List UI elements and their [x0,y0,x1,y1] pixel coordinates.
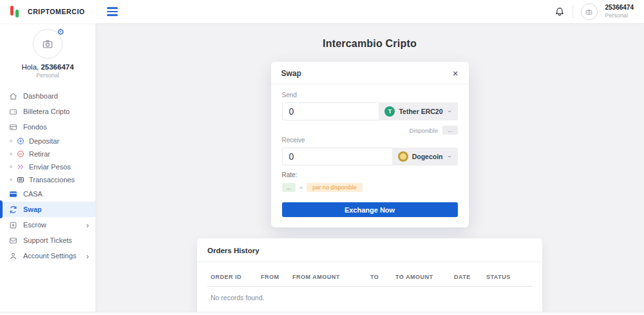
sidebar-item-label: Retirar [29,150,50,158]
account-icon [9,252,17,260]
rate-value: ... [282,183,296,192]
receive-token-select[interactable]: Dogecoin [392,148,458,166]
sidebar-item-dashboard[interactable]: Dashboard [0,88,95,104]
hamburger-menu-icon[interactable] [107,7,118,16]
dogecoin-icon [398,151,408,162]
user-info[interactable]: 25366474 Personal [605,4,634,19]
receive-amount-input[interactable] [282,148,392,166]
brand-name: CRIPTOMERCIO [28,8,85,15]
receive-label: Receive [282,137,458,144]
sidebar-item-support-tickets[interactable]: Support Tickets [0,233,95,248]
column-header: DATE [454,274,486,280]
sidebar-item-label: Billetera Cripto [23,108,70,115]
notification-bell-icon[interactable] [554,6,565,17]
sidebar-item-label: Depositar [29,137,59,145]
sidebar-item-casa[interactable]: CASA [0,186,95,202]
home-icon [9,92,17,100]
app-window: CRIPTOMERCIO 25366474 Personal [0,0,644,315]
column-header: STATUS [486,274,529,280]
sidebar-profile: ⚙ Hola, 25366474 Personal [0,23,95,79]
column-header: FROM AMOUNT [292,274,370,280]
sidebar-item-retirar[interactable]: Retirar [0,148,95,160]
rate-label: Rate: [282,171,458,178]
sidebar-menu: DashboardBilletera CriptoFondosDepositar… [0,88,95,263]
sidebar-item-label: CASA [23,190,43,198]
logo-green-bar [15,10,19,17]
send-token-select[interactable]: T Tether ERC20 [379,102,457,120]
user-id: 25366474 [605,4,634,12]
swap-modal-title: Swap [281,69,301,78]
withdraw-icon [17,150,24,158]
column-header: TO [370,274,395,280]
available-label: Disponible [410,127,438,134]
bullet-icon [10,166,12,168]
sidebar-item-escrow[interactable]: Escrow› [0,217,95,233]
column-header: FROM [261,274,292,280]
available-value: ... [442,126,458,135]
column-header: TO AMOUNT [395,274,454,280]
send-amount-input[interactable] [282,102,379,120]
chevron-down-icon [447,109,452,114]
sidebar-item-swap[interactable]: Swap [0,202,95,217]
deposit-icon [17,137,24,145]
orders-history-title: Orders History [207,247,260,254]
sidebar-item-label: Transacciones [29,176,75,184]
sidebar-item-enviar-pesos[interactable]: Enviar Pesos [0,160,95,173]
sidebar-item-label: Dashboard [23,92,58,100]
profile-settings-gear-icon[interactable]: ⚙ [57,28,64,36]
account-type-label: Personal [36,72,59,79]
rate-status-badge: par no disponible [307,183,363,192]
send-pesos-icon [17,163,24,171]
sidebar-item-label: Enviar Pesos [29,163,71,171]
sidebar-item-transacciones[interactable]: Transacciones [0,173,95,186]
brand-logo-icon[interactable] [10,6,19,17]
swap-icon [9,205,17,214]
bullet-icon [10,153,12,155]
sidebar-item-label: Account Settings [23,252,77,260]
chevron-right-icon: › [86,221,89,229]
send-token-label: Tether ERC20 [399,108,442,115]
top-header: CRIPTOMERCIO 25366474 Personal [0,0,644,23]
sidebar-item-depositar[interactable]: Depositar [0,135,95,148]
main-content: Intercambio Cripto Swap × Send T Tether … [95,23,644,312]
close-icon[interactable]: × [453,68,459,78]
chevron-right-icon: › [86,252,89,260]
chevron-down-icon [447,154,452,159]
page-title: Intercambio Cripto [323,38,417,50]
bullet-icon [10,178,12,181]
column-header: ORDER ID [211,274,261,280]
sidebar-item-label: Swap [23,205,42,213]
header-divider [573,5,573,18]
casa-icon [9,190,17,198]
sidebar-item-label: Escrow [23,221,46,229]
bottom-strip [0,312,644,315]
receive-token-label: Dogecoin [412,153,443,160]
logo-red-bar [10,6,14,15]
greeting-text: Hola, 25366474 [21,63,73,71]
swap-modal: Swap × Send T Tether ERC20 [271,62,469,227]
bullet-icon [10,140,12,142]
active-indicator [0,200,3,218]
orders-history-card: Orders History ORDER IDFROMFROM AMOUNTTO… [197,238,542,312]
sidebar: ⚙ Hola, 25366474 Personal DashboardBille… [0,23,95,312]
transactions-icon [17,176,24,184]
sidebar-item-label: Fondos [23,123,47,131]
user-type: Personal [605,12,634,19]
sidebar-item-label: Support Tickets [23,236,72,244]
exchange-now-button[interactable]: Exchange Now [282,202,458,217]
sidebar-item-account-settings[interactable]: Account Settings› [0,248,95,263]
send-label: Send [282,91,458,99]
funds-icon [9,123,17,131]
orders-table-header: ORDER IDFROMFROM AMOUNTTOTO AMOUNTDATEST… [207,266,532,287]
wallet-icon [9,108,17,116]
escrow-icon [9,221,17,229]
user-avatar[interactable] [581,3,598,20]
orders-empty-message: No records found. [207,287,532,303]
sidebar-item-fondos[interactable]: Fondos [0,119,95,135]
tether-icon: T [384,106,395,117]
rate-equals: = [299,184,303,191]
tickets-icon [9,236,17,245]
sidebar-item-billetera-cripto[interactable]: Billetera Cripto [0,104,95,119]
